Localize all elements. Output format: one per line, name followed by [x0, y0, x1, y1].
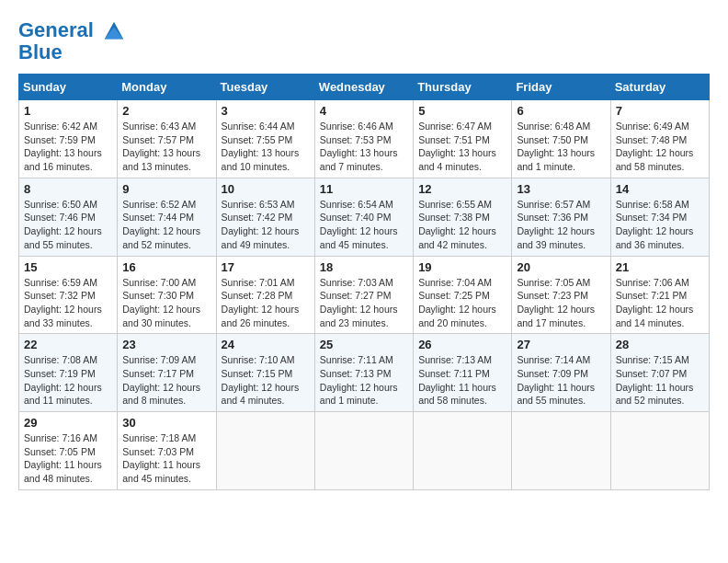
- calendar-cell: [414, 412, 512, 490]
- day-detail: Sunrise: 7:04 AM Sunset: 7:25 PM Dayligh…: [418, 276, 506, 330]
- day-detail: Sunrise: 6:59 AM Sunset: 7:32 PM Dayligh…: [24, 276, 112, 330]
- calendar-table: SundayMondayTuesdayWednesdayThursdayFrid…: [18, 74, 710, 490]
- col-header-thursday: Thursday: [414, 75, 512, 100]
- calendar-cell: [610, 412, 709, 490]
- calendar-cell: 14Sunrise: 6:58 AM Sunset: 7:34 PM Dayli…: [610, 178, 709, 256]
- day-number: 2: [122, 104, 210, 118]
- calendar-cell: 1Sunrise: 6:42 AM Sunset: 7:59 PM Daylig…: [19, 100, 118, 178]
- calendar-cell: 8Sunrise: 6:50 AM Sunset: 7:46 PM Daylig…: [19, 178, 118, 256]
- day-detail: Sunrise: 6:44 AM Sunset: 7:55 PM Dayligh…: [222, 120, 310, 174]
- day-detail: Sunrise: 6:54 AM Sunset: 7:40 PM Dayligh…: [320, 198, 408, 252]
- day-detail: Sunrise: 7:06 AM Sunset: 7:21 PM Dayligh…: [616, 276, 704, 330]
- day-detail: Sunrise: 6:52 AM Sunset: 7:44 PM Dayligh…: [122, 198, 210, 252]
- day-detail: Sunrise: 6:49 AM Sunset: 7:48 PM Dayligh…: [616, 120, 704, 174]
- day-detail: Sunrise: 6:50 AM Sunset: 7:46 PM Dayligh…: [24, 198, 112, 252]
- day-number: 11: [320, 182, 408, 196]
- calendar-cell: 5Sunrise: 6:47 AM Sunset: 7:51 PM Daylig…: [414, 100, 512, 178]
- day-number: 15: [24, 260, 112, 274]
- col-header-tuesday: Tuesday: [216, 75, 314, 100]
- day-number: 16: [122, 260, 210, 274]
- calendar-cell: 7Sunrise: 6:49 AM Sunset: 7:48 PM Daylig…: [610, 100, 709, 178]
- calendar-cell: 20Sunrise: 7:05 AM Sunset: 7:23 PM Dayli…: [512, 256, 610, 334]
- week-row-5: 22Sunrise: 7:08 AM Sunset: 7:19 PM Dayli…: [19, 334, 710, 412]
- col-header-wednesday: Wednesday: [314, 75, 413, 100]
- calendar-cell: 16Sunrise: 7:00 AM Sunset: 7:30 PM Dayli…: [118, 256, 216, 334]
- calendar-cell: 28Sunrise: 7:15 AM Sunset: 7:07 PM Dayli…: [610, 334, 709, 412]
- day-number: 1: [24, 104, 112, 118]
- day-detail: Sunrise: 7:03 AM Sunset: 7:27 PM Dayligh…: [320, 276, 408, 330]
- day-detail: Sunrise: 6:53 AM Sunset: 7:42 PM Dayligh…: [222, 198, 310, 252]
- day-number: 5: [418, 104, 506, 118]
- day-detail: Sunrise: 7:14 AM Sunset: 7:09 PM Dayligh…: [517, 353, 605, 408]
- calendar-cell: 4Sunrise: 6:46 AM Sunset: 7:53 PM Daylig…: [314, 100, 413, 178]
- calendar-cell: 2Sunrise: 6:43 AM Sunset: 7:57 PM Daylig…: [118, 100, 216, 178]
- day-detail: Sunrise: 6:57 AM Sunset: 7:36 PM Dayligh…: [517, 198, 605, 252]
- day-detail: Sunrise: 7:08 AM Sunset: 7:19 PM Dayligh…: [24, 353, 112, 408]
- day-number: 27: [517, 338, 605, 351]
- day-number: 21: [616, 260, 704, 274]
- day-number: 25: [320, 338, 408, 351]
- day-number: 14: [616, 182, 704, 196]
- logo: General Blue: [18, 18, 127, 64]
- day-detail: Sunrise: 6:42 AM Sunset: 7:59 PM Dayligh…: [24, 120, 112, 174]
- day-number: 3: [222, 104, 310, 118]
- day-detail: Sunrise: 7:01 AM Sunset: 7:28 PM Dayligh…: [222, 276, 310, 330]
- calendar-cell: 18Sunrise: 7:03 AM Sunset: 7:27 PM Dayli…: [314, 256, 413, 334]
- calendar-cell: [314, 412, 413, 490]
- day-number: 23: [122, 338, 210, 351]
- calendar-cell: 13Sunrise: 6:57 AM Sunset: 7:36 PM Dayli…: [512, 178, 610, 256]
- day-detail: Sunrise: 6:58 AM Sunset: 7:34 PM Dayligh…: [616, 198, 704, 252]
- calendar-cell: 23Sunrise: 7:09 AM Sunset: 7:17 PM Dayli…: [118, 334, 216, 412]
- calendar-cell: 17Sunrise: 7:01 AM Sunset: 7:28 PM Dayli…: [216, 256, 314, 334]
- calendar-cell: 24Sunrise: 7:10 AM Sunset: 7:15 PM Dayli…: [216, 334, 314, 412]
- calendar-cell: 26Sunrise: 7:13 AM Sunset: 7:11 PM Dayli…: [414, 334, 512, 412]
- day-number: 4: [320, 104, 408, 118]
- day-number: 18: [320, 260, 408, 274]
- day-detail: Sunrise: 6:47 AM Sunset: 7:51 PM Dayligh…: [418, 120, 506, 174]
- day-detail: Sunrise: 7:13 AM Sunset: 7:11 PM Dayligh…: [418, 353, 506, 408]
- day-number: 24: [222, 338, 310, 351]
- calendar-cell: 9Sunrise: 6:52 AM Sunset: 7:44 PM Daylig…: [118, 178, 216, 256]
- col-header-saturday: Saturday: [610, 75, 709, 100]
- day-number: 12: [418, 182, 506, 196]
- day-detail: Sunrise: 7:00 AM Sunset: 7:30 PM Dayligh…: [122, 276, 210, 330]
- day-detail: Sunrise: 6:43 AM Sunset: 7:57 PM Dayligh…: [122, 120, 210, 174]
- day-detail: Sunrise: 6:48 AM Sunset: 7:50 PM Dayligh…: [517, 120, 605, 174]
- day-number: 30: [122, 416, 210, 430]
- calendar-cell: 6Sunrise: 6:48 AM Sunset: 7:50 PM Daylig…: [512, 100, 610, 178]
- calendar-cell: 10Sunrise: 6:53 AM Sunset: 7:42 PM Dayli…: [216, 178, 314, 256]
- day-detail: Sunrise: 6:55 AM Sunset: 7:38 PM Dayligh…: [418, 198, 506, 252]
- day-number: 28: [616, 338, 704, 351]
- calendar-cell: [216, 412, 314, 490]
- day-detail: Sunrise: 7:11 AM Sunset: 7:13 PM Dayligh…: [320, 353, 408, 408]
- column-headers: SundayMondayTuesdayWednesdayThursdayFrid…: [19, 75, 710, 100]
- week-row-6: 29Sunrise: 7:16 AM Sunset: 7:05 PM Dayli…: [19, 412, 710, 490]
- calendar-cell: 19Sunrise: 7:04 AM Sunset: 7:25 PM Dayli…: [414, 256, 512, 334]
- calendar-cell: 3Sunrise: 6:44 AM Sunset: 7:55 PM Daylig…: [216, 100, 314, 178]
- col-header-monday: Monday: [118, 75, 216, 100]
- week-row-3: 8Sunrise: 6:50 AM Sunset: 7:46 PM Daylig…: [19, 178, 710, 256]
- svg-marker-1: [105, 27, 124, 39]
- day-number: 8: [24, 182, 112, 196]
- week-row-2: 1Sunrise: 6:42 AM Sunset: 7:59 PM Daylig…: [19, 100, 710, 178]
- week-row-4: 15Sunrise: 6:59 AM Sunset: 7:32 PM Dayli…: [19, 256, 710, 334]
- day-detail: Sunrise: 7:18 AM Sunset: 7:03 PM Dayligh…: [122, 431, 210, 486]
- day-detail: Sunrise: 7:05 AM Sunset: 7:23 PM Dayligh…: [517, 276, 605, 330]
- day-number: 22: [24, 338, 112, 351]
- calendar-cell: 21Sunrise: 7:06 AM Sunset: 7:21 PM Dayli…: [610, 256, 709, 334]
- day-number: 9: [122, 182, 210, 196]
- day-number: 17: [222, 260, 310, 274]
- calendar-cell: 22Sunrise: 7:08 AM Sunset: 7:19 PM Dayli…: [19, 334, 118, 412]
- day-detail: Sunrise: 7:09 AM Sunset: 7:17 PM Dayligh…: [122, 353, 210, 408]
- col-header-sunday: Sunday: [19, 75, 118, 100]
- calendar-cell: 27Sunrise: 7:14 AM Sunset: 7:09 PM Dayli…: [512, 334, 610, 412]
- day-detail: Sunrise: 6:46 AM Sunset: 7:53 PM Dayligh…: [320, 120, 408, 174]
- calendar-cell: 25Sunrise: 7:11 AM Sunset: 7:13 PM Dayli…: [314, 334, 413, 412]
- calendar-cell: 12Sunrise: 6:55 AM Sunset: 7:38 PM Dayli…: [414, 178, 512, 256]
- day-number: 19: [418, 260, 506, 274]
- calendar-cell: 29Sunrise: 7:16 AM Sunset: 7:05 PM Dayli…: [19, 412, 118, 490]
- calendar-cell: 11Sunrise: 6:54 AM Sunset: 7:40 PM Dayli…: [314, 178, 413, 256]
- day-detail: Sunrise: 7:16 AM Sunset: 7:05 PM Dayligh…: [24, 431, 112, 486]
- day-number: 10: [222, 182, 310, 196]
- calendar-cell: 30Sunrise: 7:18 AM Sunset: 7:03 PM Dayli…: [118, 412, 216, 490]
